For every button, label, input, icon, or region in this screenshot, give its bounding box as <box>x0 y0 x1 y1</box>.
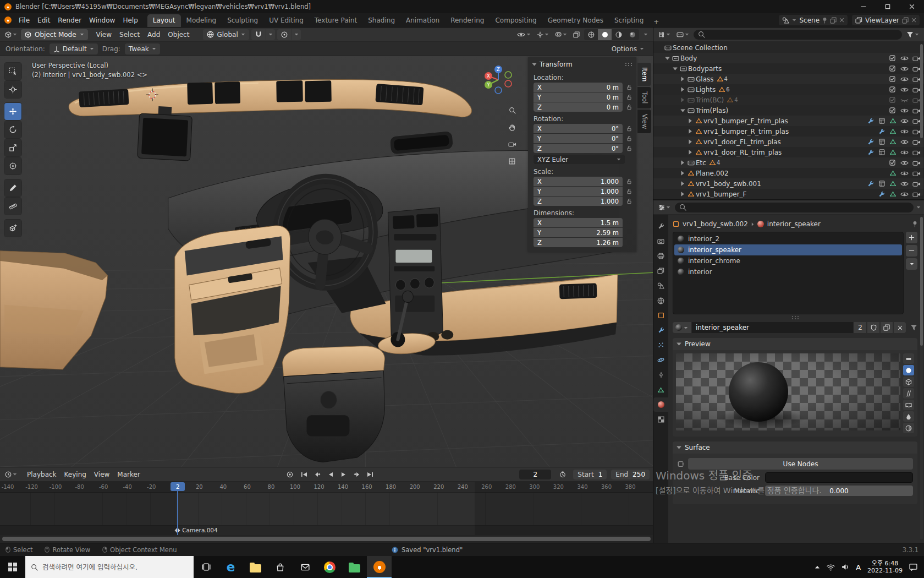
workspace-tab-texture-paint[interactable]: Texture Paint <box>309 14 362 27</box>
minimize-button[interactable] <box>851 0 876 13</box>
exclude-checkbox-icon[interactable] <box>888 76 897 82</box>
preview-cloth-button[interactable] <box>903 400 914 410</box>
location-x-field[interactable]: X0 m <box>534 83 623 92</box>
outliner-row-etc[interactable]: Etc4 <box>653 157 924 168</box>
hide-in-viewport-eye-icon[interactable] <box>900 56 909 61</box>
hide-in-viewport-eye-icon[interactable] <box>900 171 909 176</box>
taskbar-file-explorer-button[interactable] <box>243 556 268 578</box>
workspace-tab-layout[interactable]: Layout <box>147 14 181 27</box>
timeline-body[interactable]: Camera.004 -140-120-100-80-60-40-2002040… <box>0 482 653 543</box>
object-visibility-dropdown[interactable] <box>515 31 532 39</box>
maximize-button[interactable] <box>876 0 900 13</box>
workspace-tab-modeling[interactable]: Modeling <box>181 14 222 27</box>
view-layer-selector[interactable]: ViewLayer <box>852 15 920 25</box>
transform-panel-header[interactable]: Transform <box>528 57 636 71</box>
hanging-display[interactable] <box>138 105 193 161</box>
select-box-tool-button[interactable] <box>4 63 21 80</box>
expand-arrow-icon[interactable] <box>679 77 686 81</box>
scale-z-field[interactable]: Z1.000 <box>534 197 623 206</box>
solid-shading-button[interactable] <box>598 29 612 40</box>
browse-material-button[interactable] <box>673 322 691 333</box>
blender-menu-logo-icon[interactable] <box>4 17 12 24</box>
workspace-tab-rendering[interactable]: Rendering <box>445 14 490 27</box>
rotation-x-field[interactable]: X0° <box>534 124 623 133</box>
viewport-menu-add[interactable]: Add <box>144 29 164 40</box>
viewport-navigation-gizmo[interactable]: Z X Y <box>481 64 515 98</box>
outliner-row-trim-plas[interactable]: Trim(Plas) <box>653 105 924 116</box>
transform-orientation-dropdown[interactable]: Global <box>203 29 249 40</box>
show-hidden-icons-button[interactable] <box>815 565 820 569</box>
material-name-field[interactable]: interior_speaker <box>692 322 853 333</box>
properties-search[interactable] <box>675 203 914 212</box>
door-panel-far-left[interactable] <box>0 251 108 369</box>
taskbar-clock[interactable]: 오후 6:48 2022-11-09 <box>867 560 903 575</box>
material-shading-button[interactable] <box>612 29 625 40</box>
volume-icon[interactable] <box>842 564 849 570</box>
breadcrumb-material[interactable]: interior_speaker <box>767 220 821 228</box>
outliner-row-vrv1-door-fl-trim-plas[interactable]: vrv1_door_FL_trim_plas <box>653 137 924 147</box>
pin-icon[interactable] <box>912 221 917 227</box>
disable-in-renders-camera-icon[interactable] <box>912 66 921 72</box>
hide-in-viewport-eye-icon[interactable] <box>900 118 909 124</box>
dimensions-y-field[interactable]: Y2.59 m <box>534 228 623 237</box>
outliner-row-bodyparts[interactable]: Bodyparts <box>653 63 924 74</box>
menu-edit[interactable]: Edit <box>34 15 54 26</box>
timeline-scrollbar[interactable] <box>0 535 653 543</box>
taskbar-edge-button[interactable]: e <box>218 556 243 578</box>
timeline-menu-view[interactable]: View <box>90 469 113 480</box>
surface-panel-header[interactable]: Surface <box>673 441 917 454</box>
camera-view-button[interactable] <box>507 139 518 150</box>
timeline-ruler[interactable]: -140-120-100-80-60-40-200204060801001201… <box>0 482 653 493</box>
exclude-checkbox-icon[interactable] <box>888 97 897 103</box>
drag-setting-dropdown[interactable]: Tweak <box>125 43 160 54</box>
expand-arrow-icon[interactable] <box>686 129 694 134</box>
transform-tool-button[interactable] <box>4 157 21 175</box>
outliner-row-vrv1-bumper-f-trim-plas[interactable]: vrv1_bumper_F_trim_plas <box>653 116 924 126</box>
jump-to-end-button[interactable] <box>364 469 376 480</box>
outliner-row-vrv1-bumper-r-trim-plas[interactable]: vrv1_bumper_R_trim_plas <box>653 126 924 137</box>
disable-in-renders-camera-icon[interactable] <box>912 139 921 145</box>
previous-keyframe-button[interactable] <box>311 469 323 480</box>
properties-tab-physics[interactable] <box>653 353 668 367</box>
taskbar-blender-button[interactable] <box>367 556 392 578</box>
auto-keying-record-button[interactable] <box>284 469 296 480</box>
new-scene-icon[interactable] <box>830 17 837 24</box>
preview-fluid-button[interactable] <box>903 411 914 422</box>
location-y-field[interactable]: Y0 m <box>534 92 623 102</box>
workspace-tab-animation[interactable]: Animation <box>400 14 445 27</box>
properties-tab-view-layer[interactable] <box>653 264 668 278</box>
menu-window[interactable]: Window <box>85 15 119 26</box>
lock-icon[interactable] <box>625 84 633 90</box>
disable-in-renders-camera-icon[interactable] <box>912 192 921 197</box>
hide-in-viewport-eye-icon[interactable] <box>900 150 909 155</box>
timeline-tracks[interactable]: Camera.004 <box>0 493 653 535</box>
lock-icon[interactable] <box>625 178 633 184</box>
outliner-row-glass[interactable]: Glass4 <box>653 74 924 84</box>
preview-hair-button[interactable] <box>903 388 914 399</box>
gizmo-z-label[interactable]: Z <box>497 67 500 72</box>
properties-search-input[interactable] <box>689 204 909 211</box>
lock-icon[interactable] <box>625 198 633 204</box>
options-dropdown[interactable]: Options <box>612 45 647 53</box>
taskbar-mail-button[interactable] <box>293 556 317 578</box>
material-slot-interior-speaker[interactable]: interior_speaker <box>674 244 902 255</box>
next-keyframe-button[interactable] <box>351 469 363 480</box>
properties-tab-texture[interactable] <box>653 412 668 427</box>
taskbar-search[interactable] <box>25 556 194 578</box>
properties-tab-particles[interactable] <box>653 338 668 352</box>
start-frame-field[interactable]: Start1 <box>573 470 607 479</box>
dimensions-z-field[interactable]: Z1.26 m <box>534 238 623 247</box>
panel-drag-grip-icon[interactable] <box>625 62 632 67</box>
exclude-checkbox-icon[interactable] <box>888 66 897 72</box>
hide-in-viewport-eye-icon[interactable] <box>900 160 909 166</box>
wireframe-shading-button[interactable] <box>584 29 598 40</box>
disable-in-renders-camera-icon[interactable] <box>912 56 921 61</box>
use-nodes-button[interactable]: Use Nodes <box>688 458 913 470</box>
location-z-field[interactable]: Z0 m <box>534 102 623 112</box>
rotation-mode-dropdown[interactable]: XYZ Euler <box>534 155 625 164</box>
exclude-checkbox-icon[interactable] <box>888 160 897 166</box>
close-button[interactable] <box>900 0 924 13</box>
disable-in-renders-camera-icon[interactable] <box>912 118 921 124</box>
exclude-checkbox-icon[interactable] <box>888 55 897 61</box>
outliner-row-trim-bc[interactable]: Trim(BC)4 <box>653 95 924 105</box>
